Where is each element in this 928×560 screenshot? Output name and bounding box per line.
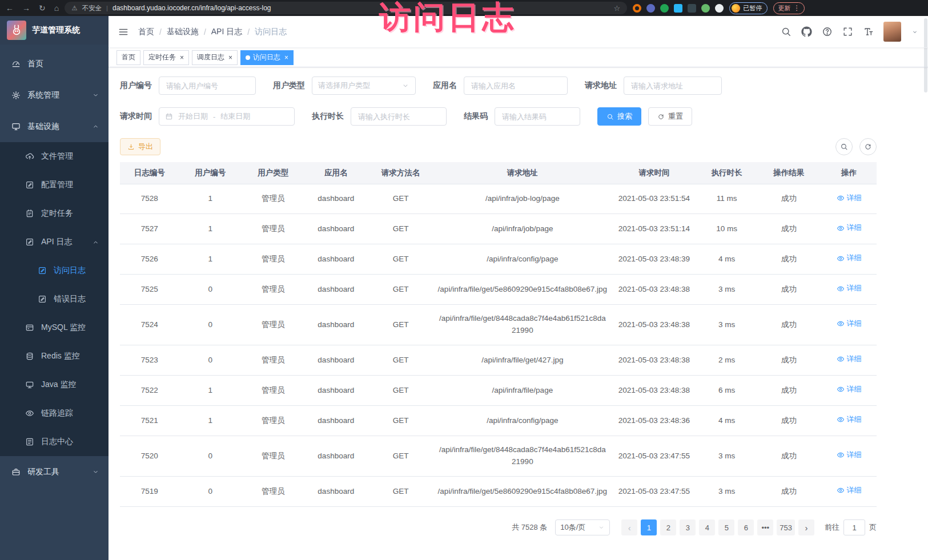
export-button[interactable]: 导出 xyxy=(120,138,160,155)
home-icon[interactable]: ⌂ xyxy=(54,3,59,13)
user-avatar[interactable] xyxy=(883,22,901,42)
column-header: 请求方法名 xyxy=(367,162,434,184)
sidebar-item-log-center[interactable]: 日志中心 xyxy=(0,428,109,456)
extension-icon[interactable] xyxy=(674,4,682,13)
reset-button[interactable]: 重置 xyxy=(648,107,692,126)
browser-update-button[interactable]: 更新 ⋮ xyxy=(773,2,805,14)
app-name-input[interactable] xyxy=(464,76,568,95)
close-icon[interactable]: × xyxy=(228,54,232,61)
eye-icon xyxy=(837,355,845,363)
toggle-search-button[interactable] xyxy=(835,138,853,155)
request-url-input[interactable] xyxy=(624,76,722,95)
pagination-next[interactable]: › xyxy=(798,519,814,535)
cell-result: 成功 xyxy=(756,345,821,376)
sidebar-item-home[interactable]: 首页 xyxy=(0,48,109,79)
pagination-more[interactable]: ••• xyxy=(757,519,773,535)
detail-link[interactable]: 详细 xyxy=(837,222,862,233)
detail-link[interactable]: 详细 xyxy=(837,485,862,496)
more-vertical-icon[interactable]: ⋮ xyxy=(793,4,800,12)
caret-down-icon[interactable] xyxy=(911,28,919,36)
reload-icon[interactable]: ↻ xyxy=(39,3,46,13)
search-button[interactable]: 搜索 xyxy=(597,107,641,126)
tab-access-log[interactable]: 访问日志× xyxy=(240,50,294,65)
help-icon[interactable] xyxy=(822,26,833,37)
user-type-select[interactable]: 请选择用户类型 xyxy=(312,76,416,95)
sidebar-item-error-log[interactable]: 错误日志 xyxy=(0,285,109,313)
pagination-page-3[interactable]: 3 xyxy=(680,519,696,535)
close-icon[interactable]: × xyxy=(284,54,288,61)
duration-input[interactable] xyxy=(351,107,447,126)
cell-id: 7522 xyxy=(120,376,179,406)
sidebar-item-access-log[interactable]: 访问日志 xyxy=(0,256,109,285)
tab-home[interactable]: 首页 xyxy=(116,50,140,65)
extension-icon[interactable] xyxy=(633,4,641,13)
breadcrumb-item[interactable]: 首页 xyxy=(138,27,154,37)
eye-icon xyxy=(837,285,845,293)
detail-link[interactable]: 详细 xyxy=(837,414,862,425)
hamburger-icon[interactable] xyxy=(118,26,129,38)
cell-time: 2021-05-03 23:48:38 xyxy=(611,376,697,406)
github-icon[interactable] xyxy=(801,26,812,37)
cell-time: 2021-05-03 23:47:55 xyxy=(611,436,697,477)
sidebar-item-infra[interactable]: 基础设施 xyxy=(0,111,109,142)
eye-icon xyxy=(837,194,845,202)
sidebar-item-mysql[interactable]: MySQL 监控 xyxy=(0,313,109,342)
sidebar-item-java[interactable]: Java 监控 xyxy=(0,370,109,399)
sidebar-item-api-log[interactable]: API 日志 xyxy=(0,228,109,256)
detail-link[interactable]: 详细 xyxy=(837,283,862,294)
detail-link[interactable]: 详细 xyxy=(837,252,862,264)
extension-icon[interactable] xyxy=(701,4,710,13)
detail-link[interactable]: 详细 xyxy=(837,318,862,329)
tab-job[interactable]: 定时任务× xyxy=(143,50,189,65)
sidebar-item-job[interactable]: 定时任务 xyxy=(0,199,109,228)
detail-link[interactable]: 详细 xyxy=(837,449,862,461)
extension-icon[interactable] xyxy=(715,4,724,13)
result-code-input[interactable] xyxy=(495,107,580,126)
pagination-page-2[interactable]: 2 xyxy=(660,519,676,535)
sidebar-item-tracing[interactable]: 链路追踪 xyxy=(0,399,109,428)
pagination-page-1[interactable]: 1 xyxy=(641,519,657,535)
browser-profile-chip[interactable]: 已暂停 xyxy=(729,2,768,14)
sidebar-item-label: 研发工具 xyxy=(27,467,59,477)
pagination-page-5[interactable]: 5 xyxy=(718,519,734,535)
log-icon xyxy=(38,295,47,304)
cell-time: 2021-05-03 23:48:38 xyxy=(611,345,697,376)
address-bar[interactable]: ⚠ 不安全 | dashboard.yudao.iocoder.cn/infra… xyxy=(65,2,627,14)
extension-icon[interactable] xyxy=(646,4,655,13)
sidebar-item-dev-tools[interactable]: 研发工具 xyxy=(0,456,109,488)
bookmark-star-icon[interactable]: ☆ xyxy=(614,4,621,13)
cell-url: /api/infra/file/get/5e8609290e915c4fa8b0… xyxy=(434,477,611,507)
refresh-table-button[interactable] xyxy=(859,138,877,155)
forward-icon[interactable]: → xyxy=(22,3,30,13)
user-id-input[interactable] xyxy=(159,76,256,95)
pagination-page-6[interactable]: 6 xyxy=(738,519,754,535)
search-icon[interactable] xyxy=(781,26,792,37)
sidebar-item-system[interactable]: 系统管理 xyxy=(0,79,109,111)
sidebar-item-config[interactable]: 配置管理 xyxy=(0,171,109,199)
app-logo[interactable]: 芋道管理系统 xyxy=(0,16,109,45)
cell-result: 成功 xyxy=(756,214,821,244)
sidebar-item-file[interactable]: 文件管理 xyxy=(0,142,109,171)
pagination: 共 7528 条 10条/页 ‹123456•••753› 前往 页 xyxy=(120,519,877,535)
detail-link[interactable]: 详细 xyxy=(837,353,862,365)
goto-page-input[interactable] xyxy=(843,519,865,535)
back-icon[interactable]: ← xyxy=(6,3,14,13)
breadcrumb-item[interactable]: API 日志 xyxy=(211,27,242,37)
fullscreen-icon[interactable] xyxy=(842,26,853,37)
pagination-page-4[interactable]: 4 xyxy=(699,519,715,535)
pagination-prev[interactable]: ‹ xyxy=(621,519,637,535)
tab-job-log[interactable]: 调度日志× xyxy=(192,50,238,65)
page-size-select[interactable]: 10条/页 xyxy=(555,519,610,535)
user-type-label: 用户类型 xyxy=(273,80,305,91)
pagination-page-753[interactable]: 753 xyxy=(777,519,795,535)
date-range-picker[interactable]: 开始日期 - 结束日期 xyxy=(159,107,295,126)
detail-link[interactable]: 详细 xyxy=(837,384,862,395)
detail-link[interactable]: 详细 xyxy=(837,192,862,204)
breadcrumb-item[interactable]: 基础设施 xyxy=(167,27,199,37)
extension-icon[interactable] xyxy=(688,4,696,13)
cell-time: 2021-05-03 23:48:38 xyxy=(611,275,697,305)
extension-icon[interactable] xyxy=(660,4,669,13)
close-icon[interactable]: × xyxy=(180,54,184,61)
font-size-icon[interactable] xyxy=(863,26,874,37)
sidebar-item-redis[interactable]: Redis 监控 xyxy=(0,342,109,370)
